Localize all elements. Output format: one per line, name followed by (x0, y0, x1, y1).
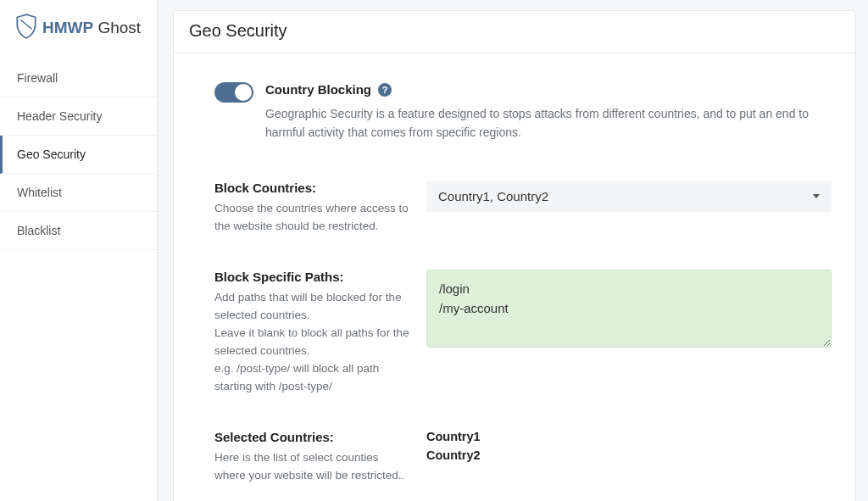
chevron-down-icon (813, 194, 820, 198)
block-countries-label: Block Countries: (214, 181, 409, 195)
country-blocking-toggle[interactable] (214, 82, 253, 103)
brand-logo: HMWP Ghost (0, 0, 157, 59)
block-paths-help-1: Add paths that will be blocked for the s… (214, 289, 409, 325)
sidebar-item-whitelist[interactable]: Whitelist (0, 174, 157, 212)
selected-countries-help: Here is the list of select counties wher… (214, 449, 409, 485)
block-paths-label: Block Specific Paths: (214, 270, 409, 284)
selected-countries-label: Selected Countries: (214, 430, 409, 444)
sidebar-item-header-security[interactable]: Header Security (0, 97, 157, 136)
shield-icon (15, 14, 37, 42)
settings-card: Geo Security Country Blocking ? Geograph… (173, 10, 856, 501)
block-paths-row: Block Specific Paths: Add paths that wil… (214, 270, 832, 396)
sidebar-item-geo-security[interactable]: Geo Security (0, 136, 157, 174)
selected-countries-row: Selected Countries: Here is the list of … (214, 430, 832, 485)
page-title: Geo Security (189, 21, 840, 41)
selected-country-item: Country2 (426, 448, 832, 462)
sidebar-item-firewall[interactable]: Firewall (0, 59, 157, 97)
block-paths-help-3: e.g. /post-type/ will block all path sta… (214, 360, 409, 396)
block-paths-help-2: Leave it blank to block all paths for th… (214, 325, 409, 360)
block-paths-textarea[interactable] (426, 270, 832, 348)
selected-country-item: Country1 (426, 430, 832, 443)
block-countries-row: Block Countries: Choose the countries wh… (214, 181, 832, 236)
selected-countries-list: Country1 Country2 (426, 430, 832, 467)
block-countries-select[interactable]: Country1, Country2 (426, 181, 832, 212)
block-countries-help: Choose the countries where access to the… (214, 200, 409, 236)
main-content: Geo Security Country Blocking ? Geograph… (158, 0, 868, 501)
block-countries-value: Country1, Country2 (438, 189, 548, 203)
sidebar-nav: Firewall Header Security Geo Security Wh… (0, 59, 157, 250)
card-header: Geo Security (174, 11, 855, 53)
sidebar: HMWP Ghost Firewall Header Security Geo … (0, 0, 158, 501)
sidebar-item-blacklist[interactable]: Blacklist (0, 212, 157, 250)
country-blocking-row: Country Blocking ? Geographic Security i… (214, 82, 832, 142)
country-blocking-label: Country Blocking (265, 82, 371, 97)
brand-name: HMWP Ghost (42, 19, 141, 37)
country-blocking-description: Geographic Security is a feature designe… (265, 105, 832, 142)
help-icon[interactable]: ? (378, 83, 392, 97)
toggle-knob (235, 84, 252, 101)
